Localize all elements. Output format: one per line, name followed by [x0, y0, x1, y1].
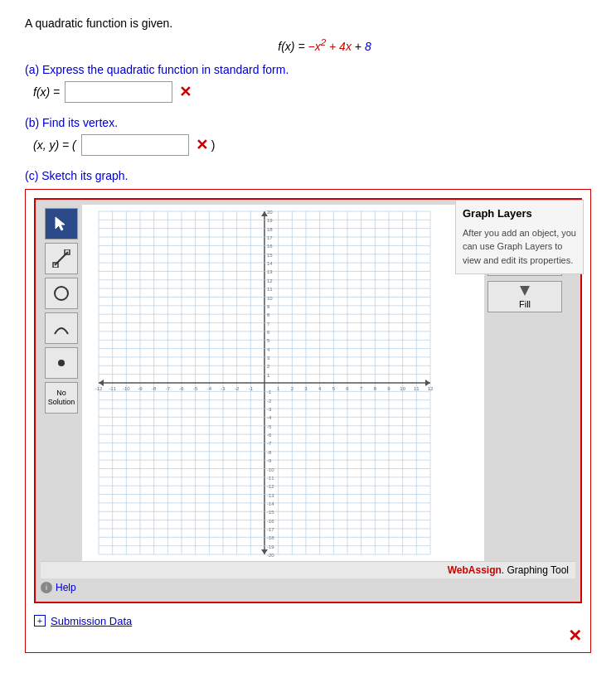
svg-text:-2: -2: [235, 386, 240, 391]
svg-text:-6: -6: [267, 433, 272, 438]
submission-data-link[interactable]: Submission Data: [51, 615, 132, 627]
svg-text:-11: -11: [109, 386, 116, 391]
svg-text:-7: -7: [166, 386, 171, 391]
svg-text:5: 5: [267, 338, 270, 343]
outer-clear-button[interactable]: ✕: [568, 626, 582, 646]
no-solution-button[interactable]: NoSolution: [45, 382, 78, 414]
svg-text:2: 2: [291, 386, 294, 391]
svg-text:16: 16: [267, 244, 273, 249]
graph-layers-panel: Graph Layers After you add an object, yo…: [455, 200, 584, 275]
fill-down-icon: [517, 284, 532, 298]
point-icon: [52, 354, 70, 372]
help-row: i Help: [41, 578, 575, 597]
part-c: (c) Sketch its graph.: [25, 169, 591, 653]
svg-text:11: 11: [414, 386, 420, 391]
svg-text:17: 17: [267, 235, 273, 240]
svg-text:-5: -5: [267, 423, 272, 428]
svg-text:-1: -1: [267, 389, 272, 394]
submission-expand-icon[interactable]: +: [34, 615, 46, 627]
svg-text:10: 10: [400, 386, 405, 391]
parabola-tool-button[interactable]: [45, 312, 78, 344]
svg-text:1: 1: [277, 386, 280, 391]
svg-text:-13: -13: [267, 492, 274, 497]
svg-text:8: 8: [374, 386, 377, 391]
svg-marker-148: [520, 286, 530, 296]
svg-text:-2: -2: [267, 398, 272, 403]
svg-text:9: 9: [267, 304, 270, 309]
svg-text:-12: -12: [95, 386, 103, 391]
graph-container: NoSolution -20-19-18-17-16-15-14-13-12-1…: [34, 198, 582, 603]
part-b: (b) Find its vertex. (x, y) = ( ✕ ): [25, 116, 591, 156]
svg-text:12: 12: [267, 278, 273, 283]
cursor-tool-button[interactable]: [45, 208, 78, 239]
part-a: (a) Express the quadratic function in st…: [25, 63, 591, 103]
graph-footer: WebAssign. Graphing Tool: [41, 561, 575, 578]
svg-text:-10: -10: [267, 467, 274, 472]
svg-text:1: 1: [267, 372, 270, 377]
svg-text:-4: -4: [267, 415, 272, 420]
point-tool-button[interactable]: [45, 347, 78, 379]
svg-text:-12: -12: [267, 484, 274, 489]
svg-marker-0: [56, 217, 65, 230]
svg-text:-9: -9: [267, 458, 272, 463]
svg-text:-7: -7: [267, 441, 272, 446]
part-b-label: (b) Find its vertex.: [25, 116, 591, 129]
svg-text:19: 19: [267, 218, 273, 223]
svg-text:4: 4: [318, 386, 322, 391]
svg-text:3: 3: [304, 386, 308, 391]
submission-row: + Submission Data: [34, 615, 582, 627]
svg-text:5: 5: [332, 386, 336, 391]
line-tool-button[interactable]: [45, 243, 78, 274]
svg-text:7: 7: [267, 321, 270, 326]
part-b-close-paren: ): [211, 138, 216, 152]
help-label: Help: [56, 582, 76, 593]
graph-toolbar: NoSolution: [41, 205, 82, 561]
part-a-clear-button[interactable]: ✕: [179, 83, 192, 101]
svg-point-4: [55, 287, 68, 300]
problem-intro: A quadratic function is given.: [25, 17, 591, 30]
graph-svg: -20-19-18-17-16-15-14-13-12-11-10-9-8-7-…: [82, 205, 439, 561]
svg-text:14: 14: [267, 261, 273, 266]
help-link[interactable]: i Help: [41, 582, 76, 593]
svg-text:-18: -18: [267, 535, 274, 540]
fill-button[interactable]: Fill: [487, 281, 562, 312]
svg-text:8: 8: [267, 312, 270, 317]
svg-text:-4: -4: [207, 386, 212, 391]
svg-text:12: 12: [428, 386, 434, 391]
fill-label: Fill: [519, 299, 531, 309]
svg-text:-9: -9: [138, 386, 143, 391]
main-equation: f(x) = −x2 + 4x + 8: [58, 36, 591, 53]
svg-text:-16: -16: [267, 518, 274, 523]
svg-point-5: [58, 360, 65, 366]
part-a-input[interactable]: [65, 81, 172, 103]
graph-layers-description: After you add an object, you can use Gra…: [463, 226, 576, 268]
svg-text:7: 7: [360, 386, 363, 391]
part-a-label: (a) Express the quadratic function in st…: [25, 63, 591, 76]
svg-text:13: 13: [267, 269, 273, 274]
svg-text:2: 2: [267, 364, 270, 369]
svg-text:4: 4: [267, 346, 270, 351]
help-icon: i: [41, 582, 52, 593]
circle-tool-button[interactable]: [45, 278, 78, 309]
svg-marker-72: [425, 380, 430, 386]
svg-text:-19: -19: [267, 544, 274, 549]
svg-text:-3: -3: [267, 407, 272, 412]
graph-outer-wrapper: NoSolution -20-19-18-17-16-15-14-13-12-1…: [25, 189, 591, 653]
svg-text:6: 6: [267, 330, 270, 335]
svg-text:10: 10: [267, 295, 273, 300]
svg-text:-20: -20: [267, 553, 274, 558]
svg-text:-10: -10: [123, 386, 130, 391]
svg-marker-73: [99, 380, 104, 386]
svg-text:6: 6: [346, 386, 349, 391]
svg-text:-1: -1: [249, 386, 254, 391]
graph-plot-area[interactable]: -20-19-18-17-16-15-14-13-12-11-10-9-8-7-…: [82, 205, 484, 561]
svg-text:20: 20: [267, 210, 273, 215]
svg-text:-5: -5: [193, 386, 198, 391]
svg-text:-8: -8: [152, 386, 157, 391]
svg-text:3: 3: [267, 356, 270, 360]
svg-text:15: 15: [267, 252, 273, 257]
part-b-clear-button[interactable]: ✕: [196, 136, 208, 154]
svg-text:11: 11: [267, 287, 273, 292]
cursor-icon: [53, 215, 70, 232]
part-b-input[interactable]: [81, 134, 189, 156]
